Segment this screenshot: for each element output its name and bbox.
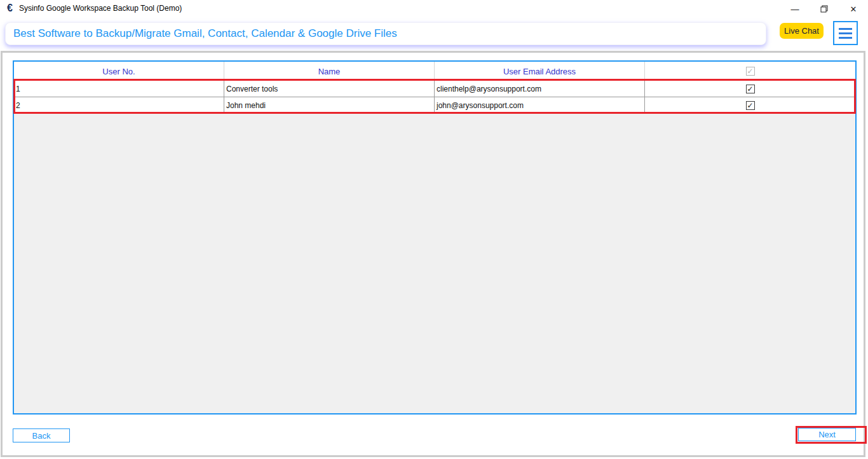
column-header-name[interactable]: Name bbox=[224, 62, 435, 81]
restore-icon bbox=[820, 5, 828, 13]
titlebar: € Sysinfo Google Workspace Backup Tool (… bbox=[0, 0, 868, 18]
cell-name: Converter tools bbox=[224, 81, 435, 97]
column-header-user-no[interactable]: User No. bbox=[14, 62, 224, 81]
app-logo-icon: € bbox=[4, 3, 15, 13]
cell-email: john@arysonsupport.com bbox=[435, 97, 645, 113]
user-table: User No. Name User Email Address ✓ 1 Con… bbox=[13, 60, 857, 414]
select-all-checkbox[interactable]: ✓ bbox=[746, 67, 755, 76]
banner: Best Software to Backup/Migrate Gmail, C… bbox=[5, 22, 766, 45]
banner-text: Best Software to Backup/Migrate Gmail, C… bbox=[13, 27, 397, 40]
back-button[interactable]: Back bbox=[13, 428, 70, 442]
table-row[interactable]: 2 John mehdi john@arysonsupport.com ✓ bbox=[14, 97, 855, 114]
table-row[interactable]: 1 Converter tools clienthelp@arysonsuppo… bbox=[14, 81, 855, 97]
minimize-button[interactable]: — bbox=[780, 0, 810, 18]
next-button[interactable]: Next bbox=[798, 428, 856, 441]
row-checkbox[interactable]: ✓ bbox=[746, 101, 755, 110]
cell-email: clienthelp@arysonsupport.com bbox=[435, 81, 645, 97]
cell-name: John mehdi bbox=[224, 97, 435, 113]
cell-select: ✓ bbox=[645, 81, 855, 97]
live-chat-button[interactable]: Live Chat bbox=[780, 23, 824, 39]
row-checkbox[interactable]: ✓ bbox=[746, 85, 755, 93]
window-title: Sysinfo Google Workspace Backup Tool (De… bbox=[19, 4, 182, 13]
menu-button[interactable] bbox=[833, 21, 858, 45]
column-header-email[interactable]: User Email Address bbox=[435, 62, 645, 81]
column-header-select: ✓ bbox=[645, 62, 855, 81]
cell-user-no: 1 bbox=[14, 81, 224, 97]
cell-user-no: 2 bbox=[14, 97, 224, 113]
window-controls: — ✕ bbox=[780, 0, 868, 18]
close-button[interactable]: ✕ bbox=[839, 0, 868, 18]
table-header-row: User No. Name User Email Address ✓ bbox=[14, 62, 855, 81]
cell-select: ✓ bbox=[645, 97, 855, 113]
restore-button[interactable] bbox=[810, 0, 839, 18]
